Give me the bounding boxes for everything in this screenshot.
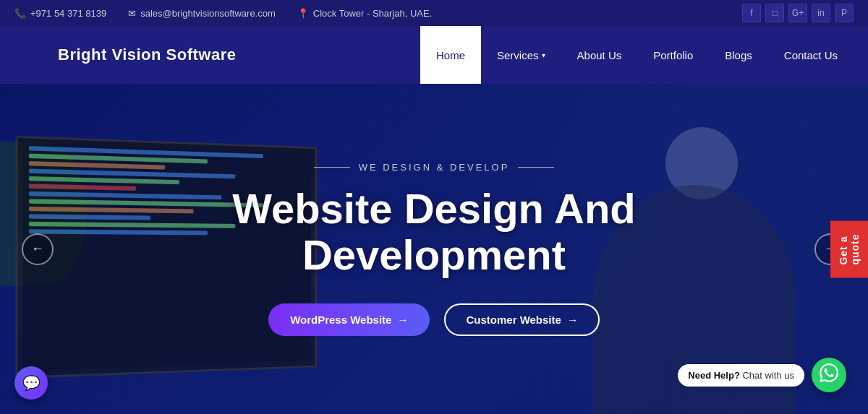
whatsapp-icon [820,363,838,387]
code-line [29,161,165,170]
nav-item-about[interactable]: About Us [561,26,638,84]
top-bar: 📞 +971 54 371 8139 ✉ sales@brightvisions… [0,0,868,26]
facebook-icon[interactable]: f [742,4,761,22]
code-line [29,214,150,220]
instagram-icon[interactable]: □ [765,4,784,22]
nav-item-blogs[interactable]: Blogs [709,26,768,84]
nav-item-services[interactable]: Services ▾ [481,26,561,84]
arrow-right-icon: → [567,314,578,326]
location-icon: 📍 [297,8,309,19]
site-logo[interactable]: Bright Vision Software [0,26,258,84]
get-quote-button[interactable]: Get a quote [830,220,868,277]
navbar: Bright Vision Software Home Services ▾ A… [0,26,868,84]
hero-section: ← WE DESIGN & DEVELOP Website Design And… [0,84,868,414]
nav-item-portfolio[interactable]: Portfolio [637,26,709,84]
code-line [29,176,179,184]
phone-item: 📞 +971 54 371 8139 [14,8,106,19]
email-icon: ✉ [128,8,136,19]
subtitle-text: WE DESIGN & DEVELOP [359,162,510,173]
subtitle-line-right [518,167,554,168]
wordpress-website-button[interactable]: WordPress Website → [268,303,430,336]
hero-prev-button[interactable]: ← [22,233,54,265]
phone-icon: 📞 [14,8,26,19]
code-line [29,207,194,214]
nav-services-label: Services [497,49,539,61]
hero-subtitle: WE DESIGN & DEVELOP [181,162,687,173]
email-address: sales@brightvisionsoftware.com [140,8,276,19]
whatsapp-chat-button[interactable] [812,358,846,392]
nav-about-label: About Us [577,49,622,61]
social-links: f □ G+ in P [742,4,854,22]
top-bar-left: 📞 +971 54 371 8139 ✉ sales@brightvisions… [14,8,742,19]
hero-buttons: WordPress Website → Customer Website → [181,303,687,336]
hero-content: WE DESIGN & DEVELOP Website Design And D… [181,162,687,337]
location-text: Clock Tower - Sharjah, UAE. [313,8,433,19]
chat-action-label: Chat with us [742,370,794,381]
subtitle-line-left [314,167,350,168]
chat-bubble-icon: 💬 [22,374,41,392]
arrow-left-icon: ← [31,241,44,256]
nav-item-home[interactable]: Home [420,26,481,84]
wordpress-btn-label: WordPress Website [290,314,391,326]
customer-website-button[interactable]: Customer Website → [444,303,599,336]
chat-support: Need Help? Chat with us [678,358,846,392]
pinterest-icon[interactable]: P [835,4,854,22]
nav-links: Home Services ▾ About Us Portfolio Blogs… [420,26,868,84]
support-chat-button[interactable]: 💬 [14,366,48,400]
hero-title: Website Design And Development [181,186,687,278]
need-help-label: Need Help? [688,370,740,381]
linkedin-icon[interactable]: in [812,4,830,22]
chevron-down-icon: ▾ [542,51,545,59]
phone-number: +971 54 371 8139 [30,8,106,19]
email-item: ✉ sales@brightvisionsoftware.com [128,8,276,19]
google-plus-icon[interactable]: G+ [788,4,807,22]
arrow-right-icon: → [397,314,408,326]
customer-btn-label: Customer Website [466,314,561,326]
nav-contact-label: Contact Us [784,49,838,61]
chat-bubble: Need Help? Chat with us [678,364,804,387]
code-line [29,184,136,190]
location-item: 📍 Clock Tower - Sharjah, UAE. [297,8,433,19]
nav-item-contact[interactable]: Contact Us [768,26,854,84]
